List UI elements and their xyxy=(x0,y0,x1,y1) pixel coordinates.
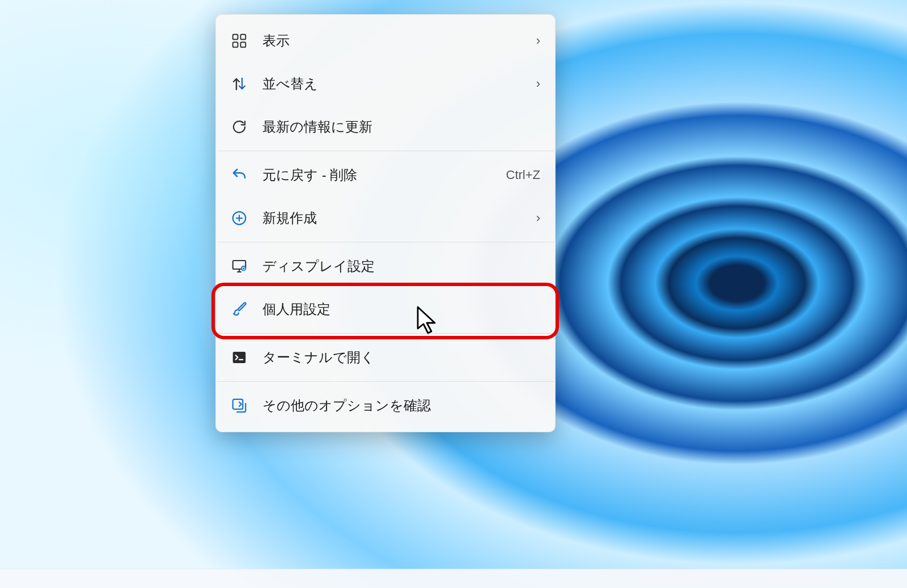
menu-item-label: 並べ替え xyxy=(262,75,536,93)
chevron-right-icon: › xyxy=(536,76,540,91)
svg-rect-1 xyxy=(241,35,246,40)
desktop-context-menu: 表示 › 並べ替え › 最新の情報に更新 xyxy=(215,14,556,432)
menu-item-open-terminal[interactable]: ターミナルで開く xyxy=(216,336,555,379)
taskbar[interactable] xyxy=(0,569,907,588)
menu-item-label: 個人用設定 xyxy=(262,300,540,318)
menu-item-shortcut: Ctrl+Z xyxy=(506,168,541,182)
menu-item-refresh[interactable]: 最新の情報に更新 xyxy=(216,105,555,148)
new-icon xyxy=(228,207,250,229)
menu-item-label: その他のオプションを確認 xyxy=(262,397,540,415)
svg-rect-3 xyxy=(241,42,246,48)
menu-item-display-settings[interactable]: ディスプレイ設定 xyxy=(216,245,555,288)
menu-item-personalize[interactable]: 個人用設定 xyxy=(216,288,555,331)
menu-separator xyxy=(217,333,554,334)
menu-separator xyxy=(217,151,554,151)
chevron-right-icon: › xyxy=(536,33,540,48)
terminal-icon xyxy=(228,347,250,368)
menu-item-undo[interactable]: 元に戻す - 削除 Ctrl+Z xyxy=(216,154,555,197)
menu-separator xyxy=(217,242,554,242)
svg-rect-0 xyxy=(233,35,238,40)
menu-item-label: 最新の情報に更新 xyxy=(262,118,540,136)
menu-item-label: ディスプレイ設定 xyxy=(262,257,540,275)
menu-item-label: 元に戻す - 削除 xyxy=(262,166,506,184)
menu-item-label: 新規作成 xyxy=(262,209,536,227)
chevron-right-icon: › xyxy=(536,211,540,225)
display-icon xyxy=(228,255,250,277)
menu-separator xyxy=(217,381,554,382)
menu-item-sort[interactable]: 並べ替え › xyxy=(216,62,555,105)
svg-rect-7 xyxy=(233,352,246,363)
view-icon xyxy=(228,30,250,52)
menu-item-label: ターミナルで開く xyxy=(262,348,540,367)
more-icon xyxy=(228,395,250,416)
menu-item-label: 表示 xyxy=(262,32,536,50)
menu-item-new[interactable]: 新規作成 › xyxy=(216,197,555,240)
svg-rect-2 xyxy=(233,42,238,48)
menu-item-more-options[interactable]: その他のオプションを確認 xyxy=(216,384,555,427)
menu-item-view[interactable]: 表示 › xyxy=(216,19,555,62)
sort-icon xyxy=(228,73,250,95)
desktop-wallpaper[interactable]: 表示 › 並べ替え › 最新の情報に更新 xyxy=(0,0,907,588)
refresh-icon xyxy=(228,116,250,138)
brush-icon xyxy=(228,299,250,320)
undo-icon xyxy=(228,164,250,186)
